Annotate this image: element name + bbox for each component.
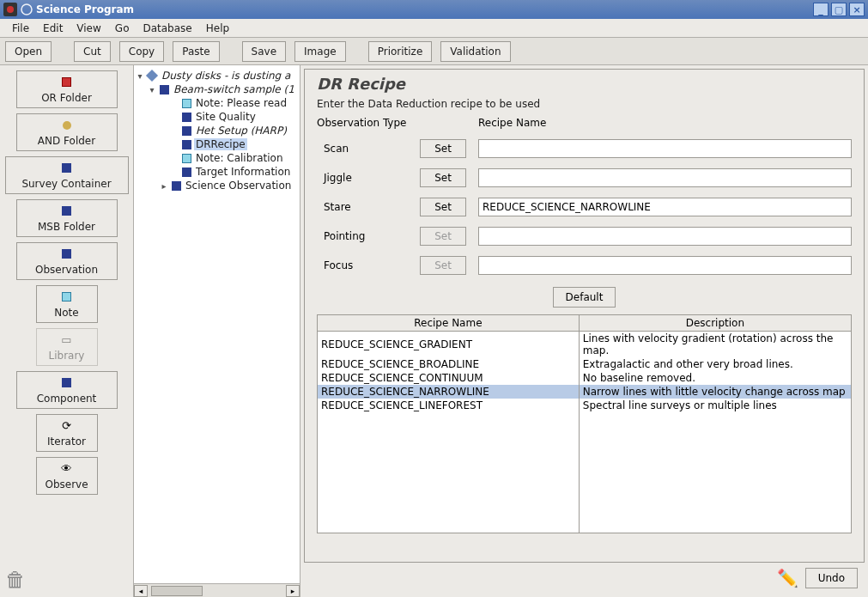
menu-go[interactable]: Go: [108, 21, 137, 36]
library-icon: ▭: [58, 333, 76, 347]
recipe-table[interactable]: Recipe Name Description REDUCE_SCIENCE_G…: [317, 314, 852, 533]
set-scan-button[interactable]: Set: [420, 139, 466, 158]
palette-note[interactable]: Note: [36, 285, 98, 323]
tree-label: Science Observation: [184, 180, 293, 192]
palette-survey-container[interactable]: Survey Container: [5, 156, 129, 194]
recipe-desc-cell: Lines with velocity gradient (rotation) …: [579, 332, 851, 358]
recipe-name-cell: REDUCE_SCIENCE_GRADIENT: [318, 332, 580, 358]
scroll-left-icon[interactable]: ◂: [134, 585, 148, 597]
palette-or-folder[interactable]: OR Folder: [16, 70, 118, 108]
tree-toggle-icon[interactable]: ▸: [160, 181, 168, 191]
palette-label: OR Folder: [41, 92, 92, 104]
table-row[interactable]: REDUCE_SCIENCE_NARROWLINENarrow lines wi…: [318, 385, 852, 399]
scroll-thumb[interactable]: [151, 586, 203, 596]
col-obs-type: Observation Type: [317, 117, 411, 129]
program-tree[interactable]: ▾ Dusty disks - is dusting a ▾ Beam-swit…: [134, 65, 300, 196]
editor-footer: ✏️ Undo: [304, 563, 865, 594]
component-icon: [180, 112, 192, 122]
note-icon: [58, 290, 76, 304]
set-stare-button[interactable]: Set: [420, 198, 466, 216]
tree-item[interactable]: DRRecipe: [136, 137, 298, 151]
palette-component[interactable]: Component: [16, 371, 118, 409]
tree-item[interactable]: Site Quality: [136, 110, 298, 124]
palette-library: ▭ Library: [36, 328, 98, 366]
row-pointing-label: Pointing: [317, 230, 411, 242]
menu-view[interactable]: View: [70, 21, 107, 36]
tree-item[interactable]: Note: Calibration: [136, 151, 298, 165]
table-row[interactable]: REDUCE_SCIENCE_CONTINUUMNo baseline remo…: [318, 371, 852, 385]
palette-label: Note: [54, 307, 78, 319]
menu-file[interactable]: File: [5, 21, 36, 36]
tree-h-scrollbar[interactable]: ◂ ▸: [134, 583, 300, 597]
row-jiggle-label: Jiggle: [317, 172, 411, 184]
table-header-name[interactable]: Recipe Name: [318, 315, 580, 332]
palette-label: Observe: [45, 478, 88, 490]
palette-label: Survey Container: [21, 178, 111, 190]
tree-item[interactable]: Het Setup (HARP): [136, 124, 298, 137]
observe-icon: 👁: [58, 462, 76, 476]
component-icon: [180, 139, 192, 149]
undo-button[interactable]: Undo: [805, 568, 858, 588]
default-button[interactable]: Default: [553, 287, 616, 308]
save-button[interactable]: Save: [242, 41, 286, 62]
palette-observe[interactable]: 👁 Observe: [36, 457, 98, 495]
note-icon: [180, 153, 192, 163]
wm-indicator-icon: [21, 3, 33, 15]
table-row[interactable]: REDUCE_SCIENCE_BROADLINEExtragalactic an…: [318, 357, 852, 371]
scroll-right-icon[interactable]: ▸: [286, 585, 300, 597]
table-header-desc[interactable]: Description: [579, 315, 851, 332]
palette-label: AND Folder: [38, 135, 95, 147]
set-jiggle-button[interactable]: Set: [420, 168, 466, 187]
recipe-desc-cell: Narrow lines with little velocity change…: [579, 385, 851, 399]
tree-item[interactable]: Target Information: [136, 165, 298, 179]
program-icon: [146, 70, 158, 81]
edit-pencil-icon[interactable]: ✏️: [777, 568, 798, 588]
palette-label: Observation: [35, 264, 98, 276]
msb-folder-icon: [58, 204, 76, 218]
menu-help[interactable]: Help: [199, 21, 236, 36]
recipe-desc-cell: Extragalactic and other very broad lines…: [579, 357, 851, 371]
validation-button[interactable]: Validation: [440, 41, 510, 62]
palette-msb-folder[interactable]: MSB Folder: [16, 199, 118, 237]
tree-toggle-icon[interactable]: ▾: [148, 85, 156, 94]
tree-label: Note: Please read: [194, 97, 288, 109]
palette-label: MSB Folder: [38, 221, 95, 233]
palette-and-folder[interactable]: AND Folder: [16, 113, 118, 151]
and-folder-icon: [58, 119, 76, 132]
pointing-recipe-input[interactable]: [478, 227, 852, 246]
paste-button[interactable]: Paste: [173, 41, 219, 62]
copy-button[interactable]: Copy: [119, 41, 164, 62]
component-icon: [180, 167, 192, 177]
tree-label: Target Information: [194, 166, 292, 178]
menu-edit[interactable]: Edit: [36, 21, 70, 36]
table-row[interactable]: REDUCE_SCIENCE_GRADIENTLines with veloci…: [318, 332, 852, 358]
tree-label: Site Quality: [194, 111, 258, 123]
scan-recipe-input[interactable]: [478, 139, 852, 158]
table-row[interactable]: REDUCE_SCIENCE_LINEFORESTSpectral line s…: [318, 399, 852, 412]
trash-icon[interactable]: 🗑: [5, 568, 26, 592]
tree-item[interactable]: Note: Please read: [136, 96, 298, 110]
or-folder-icon: [58, 76, 76, 89]
stare-recipe-input[interactable]: [478, 198, 852, 216]
cut-button[interactable]: Cut: [74, 41, 111, 62]
open-button[interactable]: Open: [5, 41, 52, 62]
prioritize-button[interactable]: Prioritize: [368, 41, 433, 62]
component-icon: [180, 125, 192, 136]
tree-item[interactable]: ▸Science Observation: [136, 179, 298, 192]
focus-recipe-input[interactable]: [478, 256, 852, 275]
close-button[interactable]: ×: [849, 3, 865, 16]
app-icon: [3, 3, 17, 16]
tree-toggle-icon[interactable]: ▾: [136, 71, 144, 81]
palette-observation[interactable]: Observation: [16, 242, 118, 280]
tree-node[interactable]: ▾ Beam-switch sample (1: [136, 82, 298, 96]
svg-point-0: [21, 4, 32, 15]
tree-root[interactable]: ▾ Dusty disks - is dusting a: [136, 69, 298, 82]
maximize-button[interactable]: ▢: [831, 3, 847, 16]
jiggle-recipe-input[interactable]: [478, 168, 852, 187]
minimize-button[interactable]: _: [813, 3, 829, 16]
recipe-desc-cell: Spectral line surveys or multiple lines: [579, 399, 851, 412]
menu-database[interactable]: Database: [136, 21, 198, 36]
palette-iterator[interactable]: ⟳ Iterator: [36, 414, 98, 452]
image-button[interactable]: Image: [294, 41, 346, 62]
recipe-name-cell: REDUCE_SCIENCE_CONTINUUM: [318, 371, 580, 385]
